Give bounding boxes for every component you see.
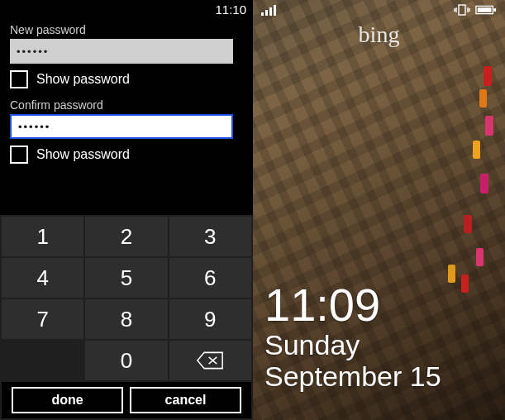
svg-rect-0 xyxy=(261,12,264,16)
confirm-password-label: Confirm password xyxy=(10,98,243,112)
numeric-keypad: 1 2 3 4 5 6 7 8 9 0 done cancel xyxy=(0,215,253,420)
svg-rect-3 xyxy=(274,5,276,16)
done-button[interactable]: done xyxy=(12,387,123,413)
key-0[interactable]: 0 xyxy=(85,341,167,380)
vibrate-icon xyxy=(454,4,470,16)
lock-date: September 15 xyxy=(264,361,441,392)
lock-status-bar xyxy=(253,0,505,20)
key-backspace[interactable] xyxy=(169,341,251,380)
lock-day: Sunday xyxy=(264,330,441,360)
lock-screen[interactable]: bing 11:09 Sunday September 15 xyxy=(253,0,505,420)
show-confirm-password-label: Show password xyxy=(36,147,130,162)
bg-figure xyxy=(464,215,472,233)
svg-rect-2 xyxy=(269,7,272,16)
bg-figure xyxy=(479,89,487,107)
bg-figure xyxy=(484,66,492,86)
show-new-password-checkbox[interactable] xyxy=(10,70,28,88)
confirm-password-input[interactable] xyxy=(10,114,233,139)
svg-rect-1 xyxy=(265,10,268,16)
key-1[interactable]: 1 xyxy=(2,217,83,256)
bg-figure xyxy=(485,116,493,136)
new-password-label: New password xyxy=(10,23,243,36)
clock-time: 11:10 xyxy=(215,2,246,17)
key-blank xyxy=(2,341,83,380)
key-2[interactable]: 2 xyxy=(85,217,167,256)
key-6[interactable]: 6 xyxy=(169,258,251,298)
bg-figure xyxy=(480,174,488,193)
password-setup-screen: 11:10 New password Show password Confirm… xyxy=(0,0,253,420)
password-form: New password Show password Confirm passw… xyxy=(0,18,253,174)
svg-rect-7 xyxy=(478,7,492,12)
backspace-icon xyxy=(196,351,224,370)
key-5[interactable]: 5 xyxy=(85,258,167,298)
new-password-input[interactable] xyxy=(10,39,233,64)
svg-rect-4 xyxy=(459,5,465,15)
bg-figure xyxy=(476,248,484,266)
show-confirm-password-checkbox[interactable] xyxy=(10,146,28,164)
signal-icon xyxy=(261,4,278,16)
cancel-button[interactable]: cancel xyxy=(130,387,241,413)
key-7[interactable]: 7 xyxy=(2,299,83,339)
lock-time: 11:09 xyxy=(264,281,441,330)
key-8[interactable]: 8 xyxy=(85,299,167,339)
status-bar: 11:10 xyxy=(0,0,253,18)
key-3[interactable]: 3 xyxy=(169,217,251,256)
bg-figure xyxy=(461,274,469,293)
bg-figure xyxy=(448,265,455,283)
bing-logo: bing xyxy=(253,21,505,48)
bg-figure xyxy=(473,141,480,159)
show-new-password-label: Show password xyxy=(36,72,130,87)
key-4[interactable]: 4 xyxy=(2,258,83,298)
svg-rect-6 xyxy=(493,8,496,12)
lock-info: 11:09 Sunday September 15 xyxy=(264,281,441,392)
action-row: done cancel xyxy=(2,382,251,418)
battery-icon xyxy=(475,4,497,16)
key-9[interactable]: 9 xyxy=(169,299,251,339)
